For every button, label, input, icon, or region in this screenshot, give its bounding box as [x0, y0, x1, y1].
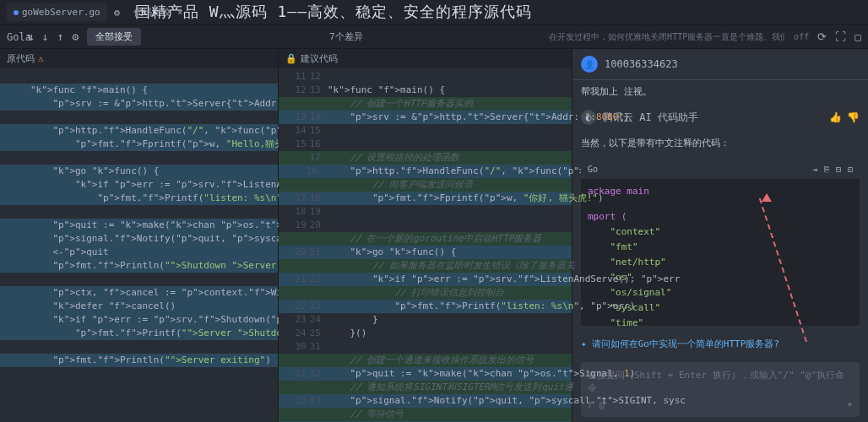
- code-line: 3233 "p">signal."f">Notify("p">quit, "p"…: [279, 394, 572, 408]
- original-pane: 原代码 ⚠ "k">func "f">main() { "p">srv := &…: [0, 49, 279, 422]
- code-line: 16 "p">http."f">HandleFunc("/", "k">func…: [279, 165, 572, 178]
- code-line: 2324 }: [279, 313, 572, 327]
- file-tab[interactable]: goWebServer.go: [7, 3, 107, 21]
- user-header: 👤 100036334623: [572, 49, 868, 80]
- suggested-pane: 🔒 建议代码 11121213"k">func "f">main() { // …: [279, 49, 572, 422]
- warning-icon: ⚠: [38, 53, 44, 64]
- code-line: "p">fmt."f">Printf("listen: %s\n", "p">e…: [0, 192, 278, 205]
- code-line: "p">srv := &"p">http."t">Server{"t">Addr…: [0, 97, 278, 111]
- accept-all-button[interactable]: 全部接受: [87, 28, 141, 46]
- modified-dot-icon: [14, 10, 19, 15]
- code-line: mport (: [588, 209, 853, 225]
- code-line: "time": [588, 316, 853, 326]
- code-line: "p">ctx, "f">cancel := "p">context."f">W…: [0, 286, 278, 300]
- code-line: "p">signal."f">Notify("p">quit, "p">sysc…: [0, 232, 278, 246]
- code-block-header: Go ⇥ ⎘ ⊟ ⊡: [581, 160, 860, 179]
- insert-icon[interactable]: ⇥: [812, 165, 817, 174]
- code-line: // 创建一个HTTP服务器实例: [279, 97, 572, 111]
- code-line: "k">if "p">err := "p">srv."f">Shutdown("…: [0, 313, 278, 327]
- code-line: "p">http."f">HandleFunc("/", "k">func("p…: [0, 124, 278, 138]
- code-line: "context": [588, 225, 853, 240]
- code-line: 2122 "k">if "p">err := "p">srv."f">Liste…: [279, 273, 572, 286]
- code-line: [0, 151, 278, 165]
- code-line: // 打印错误信息到控制台: [279, 286, 572, 300]
- code-line: 1920: [279, 219, 572, 232]
- code-line: "p">quit := "k">make("k">chan "p">os."t"…: [0, 219, 278, 232]
- gutter-label: Gola: [7, 31, 19, 43]
- maximize-icon[interactable]: ▢: [854, 30, 861, 43]
- diff-count: 7个差异: [329, 30, 363, 43]
- code-line: 1516: [279, 138, 572, 151]
- gear-icon[interactable]: ⚙: [114, 7, 120, 19]
- code-line: [0, 340, 278, 354]
- file-tab-label: goWebServer.go: [22, 7, 100, 18]
- code-line: "os/signal": [588, 285, 853, 300]
- user-message: 帮我加上 注视。: [572, 80, 868, 103]
- arrow-up-icon[interactable]: ↑: [57, 30, 64, 43]
- expand-icon[interactable]: ⛶: [835, 30, 846, 43]
- code-line: "p">fmt."f">Printf("">Server ">Shutdown:…: [0, 327, 278, 340]
- code-line: [0, 273, 278, 286]
- original-code[interactable]: "k">func "f">main() { "p">srv := &"p">ht…: [0, 68, 278, 369]
- original-label: 原代码: [7, 52, 35, 65]
- code-line: 3132 "p">quit := "k">make("k">chan "p">o…: [279, 367, 572, 381]
- code-line: 1718 "p">fmt."f">Fprintf("p">w, "你好, 猫头虎…: [279, 192, 572, 205]
- code-line: <-"p">quit: [0, 246, 278, 259]
- lock-icon: 🔒: [285, 53, 297, 64]
- code-line: "k">if "p">err := "p">srv."f">ListenAndS…: [0, 178, 278, 192]
- code-line: // 创建一个通道来接收操作系统发出的信号: [279, 354, 572, 367]
- sparkle-icon: ✦: [581, 338, 587, 349]
- user-avatar-icon: 👤: [581, 56, 598, 73]
- suggestion-text: 请问如何在Go中实现一个简单的HTTP服务器?: [592, 338, 779, 350]
- settings-icon[interactable]: ⚙: [72, 30, 79, 43]
- collapse-icon[interactable]: ⇅: [27, 30, 34, 43]
- assistant-message: 当然，以下是带有中文注释的代码：: [572, 132, 868, 154]
- code-line: // 如果服务器在监听时发生错误（除了服务器关: [279, 259, 572, 273]
- code-line: "fmt": [588, 240, 853, 255]
- code-line: 3031: [279, 340, 572, 354]
- suggestion-link[interactable]: ✦ 请问如何在Go中实现一个简单的HTTP服务器?: [572, 331, 868, 357]
- suggested-code[interactable]: 11121213"k">func "f">main() { // 创建一个HTT…: [279, 68, 572, 422]
- suggested-header: 🔒 建议代码: [279, 49, 572, 68]
- code-line: "k">go "k">func() {: [0, 165, 278, 178]
- code-line: // 等待信号: [279, 408, 572, 421]
- copy-icon[interactable]: ⎘: [824, 165, 829, 174]
- user-id: 100036334623: [605, 58, 678, 70]
- code-line: // 在一个新的goroutine中启动HTTP服务器: [279, 232, 572, 246]
- code-line: 1213"k">func "f">main() {: [279, 84, 572, 97]
- lang-label: Go: [588, 165, 598, 174]
- code-line: "k">defer "f">cancel(): [0, 300, 278, 313]
- diff-icon[interactable]: ⊟: [836, 165, 841, 174]
- off-label: off: [794, 32, 809, 41]
- apply-icon[interactable]: ⊡: [848, 165, 853, 174]
- code-line: 1819: [279, 205, 572, 219]
- code-line: 1415: [279, 124, 572, 138]
- code-line: "k">func "f">main() {: [0, 84, 278, 97]
- code-line: [0, 70, 278, 84]
- code-line: 1314 "p">srv := &"p">http."t">Server{"t"…: [279, 111, 572, 124]
- code-line: 17 // 设置根路径的处理函数: [279, 151, 572, 165]
- page-headline: 国精产品 W灬源码 1——高效、稳定、安全的程序源代码: [135, 2, 532, 22]
- refresh-icon[interactable]: ⟳: [817, 30, 827, 43]
- code-line: 2223 "p">fmt."f">Printf("listen: %s\n", …: [279, 300, 572, 313]
- code-line: 2021 "k">go "k">func() {: [279, 246, 572, 259]
- arrow-down-icon[interactable]: ↓: [42, 30, 49, 43]
- code-line: // 通知系统将SIGINT和SIGTERM信号发送到quit通: [279, 381, 572, 394]
- code-line: 2425 }(): [279, 327, 572, 340]
- code-line: 1112: [279, 70, 572, 84]
- code-line: [0, 205, 278, 219]
- main-area: 原代码 ⚠ "k">func "f">main() { "p">srv := &…: [0, 49, 868, 422]
- code-line: // 向客户端发送问候语: [279, 178, 572, 192]
- code-line: "p">fmt."f">Println("">Server exiting"): [0, 354, 278, 367]
- code-line: "p">fmt."f">Println("">Shutdown ">Server…: [0, 259, 278, 273]
- send-icon[interactable]: ➤: [847, 399, 853, 410]
- original-header: 原代码 ⚠: [0, 49, 278, 68]
- code-line: "net/http": [588, 255, 853, 270]
- ai-panel: 👤 100036334623 帮我加上 注视。 ◐ 腾讯云 AI 代码助手 👍 …: [572, 49, 868, 422]
- suggested-label: 建议代码: [301, 52, 338, 65]
- thumbs-up-icon[interactable]: 👍: [829, 111, 842, 123]
- thumbs-down-icon[interactable]: 👎: [847, 111, 860, 123]
- code-line: "p">fmt."f">Fprintf("p">w, "Hello,猫头虎!"): [0, 138, 278, 151]
- code-line: [0, 111, 278, 124]
- toolbar: Gola ⇅ ↓ ↑ ⚙ 全部接受 7个差异 在开发过程中，如何优雅地关闭HTT…: [0, 25, 868, 49]
